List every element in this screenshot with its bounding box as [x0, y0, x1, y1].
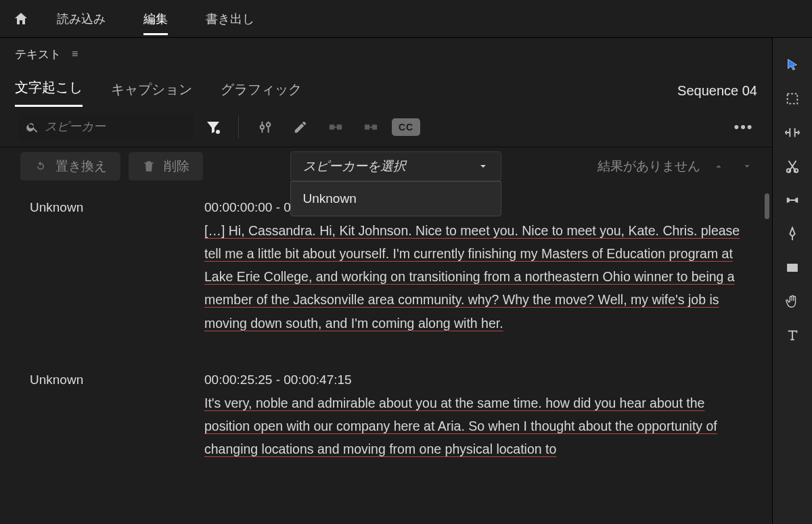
delete-label: 削除	[164, 158, 189, 175]
segment-speaker: Unknown	[30, 200, 199, 335]
sliders-icon	[258, 120, 273, 135]
pencil-icon	[293, 120, 308, 135]
speaker-option-unknown[interactable]: Unknown	[291, 182, 501, 216]
replace-label: 置き換え	[55, 158, 107, 175]
tab-transcription[interactable]: 文字起こし	[15, 78, 83, 107]
action-row: 置き換え 削除 スピーカーを選択 Unknown 結果がありません	[0, 147, 772, 185]
marquee-icon	[785, 91, 800, 106]
search-box[interactable]	[19, 114, 194, 141]
refresh-icon	[34, 160, 47, 173]
razor-icon	[785, 159, 800, 174]
rectangle-icon	[785, 260, 800, 275]
home-icon	[13, 11, 29, 27]
hand-tool[interactable]	[784, 293, 800, 310]
panel-title: テキスト	[15, 47, 61, 62]
scrollbar-thumb[interactable]	[765, 193, 769, 219]
svg-point-6	[787, 169, 791, 173]
svg-rect-4	[372, 124, 377, 129]
merge-right-button[interactable]	[357, 113, 385, 141]
cc-button[interactable]: CC	[392, 118, 420, 136]
segment-speaker: Unknown	[30, 373, 199, 460]
home-button[interactable]	[5, 3, 37, 34]
type-icon	[785, 328, 800, 343]
svg-rect-2	[337, 124, 342, 129]
tool-strip	[773, 38, 812, 524]
slip-icon	[785, 193, 800, 208]
divider	[238, 116, 239, 139]
search-icon	[26, 120, 39, 134]
no-results-text: 結果がありません	[597, 158, 700, 175]
filter-icon	[205, 119, 221, 135]
cursor-icon	[785, 57, 800, 72]
hand-icon	[785, 294, 800, 309]
sequence-name: Sequence 04	[677, 83, 757, 107]
segment-text[interactable]: It's very, noble and admirable about you…	[204, 391, 753, 460]
svg-rect-5	[788, 94, 798, 104]
trash-icon	[142, 160, 156, 173]
pencil-button[interactable]	[286, 113, 315, 141]
merge-right-icon	[363, 120, 378, 135]
nav-tab-import[interactable]: 読み込み	[39, 5, 123, 32]
transcript-segment[interactable]: Unknown 00:00:00:00 - 00 […] Hi, Cassand…	[30, 200, 753, 335]
tab-graphics[interactable]: グラフィック	[221, 80, 302, 107]
chevron-down-icon	[478, 161, 489, 172]
segment-text[interactable]: […] Hi, Cassandra. Hi, Kit Johnson. Nice…	[204, 219, 753, 335]
svg-rect-8	[788, 264, 798, 272]
speaker-select[interactable]: スピーカーを選択	[290, 151, 501, 181]
nav-tab-edit[interactable]: 編集	[126, 5, 185, 32]
more-options-button[interactable]: •••	[730, 114, 757, 141]
transcript-toolbar: CC •••	[0, 107, 772, 147]
svg-rect-3	[365, 124, 369, 129]
text-panel: テキスト ≡ 文字起こし キャプション グラフィック Sequence 04	[0, 38, 773, 524]
svg-point-7	[794, 169, 798, 173]
top-nav: 読み込み 編集 書き出し	[0, 0, 812, 38]
segment-timecode: 00:00:25:25 - 00:00:47:15	[204, 373, 753, 387]
next-result[interactable]	[737, 156, 757, 176]
pen-tool[interactable]	[784, 226, 800, 242]
merge-left-button[interactable]	[321, 113, 350, 141]
filter-button[interactable]	[200, 114, 226, 140]
delete-button[interactable]: 削除	[129, 152, 203, 181]
svg-point-0	[216, 130, 220, 134]
ripple-tool[interactable]	[784, 124, 800, 141]
sub-tabs: 文字起こし キャプション グラフィック Sequence 04	[0, 70, 772, 107]
selection-tool[interactable]	[784, 57, 800, 73]
chevron-up-icon	[714, 162, 723, 171]
replace-button[interactable]: 置き換え	[20, 152, 120, 181]
transcript-list[interactable]: Unknown 00:00:00:00 - 00 […] Hi, Cassand…	[0, 185, 772, 524]
svg-rect-1	[330, 124, 334, 129]
speaker-dropdown: Unknown	[290, 181, 501, 216]
speaker-select-label: スピーカーを選択	[303, 158, 406, 175]
prev-result[interactable]	[708, 156, 729, 176]
ripple-icon	[785, 125, 800, 140]
pen-icon	[785, 227, 800, 241]
chevron-down-icon	[742, 162, 752, 171]
marquee-tool[interactable]	[784, 91, 800, 107]
search-input[interactable]	[45, 120, 202, 134]
razor-tool[interactable]	[784, 158, 800, 174]
tab-captions[interactable]: キャプション	[111, 80, 192, 107]
sliders-button[interactable]	[251, 113, 279, 141]
panel-menu-icon[interactable]: ≡	[72, 48, 78, 60]
type-tool[interactable]	[784, 327, 800, 343]
merge-left-icon	[328, 120, 343, 135]
main-row: テキスト ≡ 文字起こし キャプション グラフィック Sequence 04	[0, 38, 812, 524]
transcript-segment[interactable]: Unknown 00:00:25:25 - 00:00:47:15 It's v…	[30, 373, 753, 460]
nav-tab-export[interactable]: 書き出し	[188, 5, 272, 32]
panel-header: テキスト ≡	[0, 38, 772, 70]
slip-tool[interactable]	[784, 192, 800, 208]
rectangle-tool[interactable]	[784, 260, 800, 276]
